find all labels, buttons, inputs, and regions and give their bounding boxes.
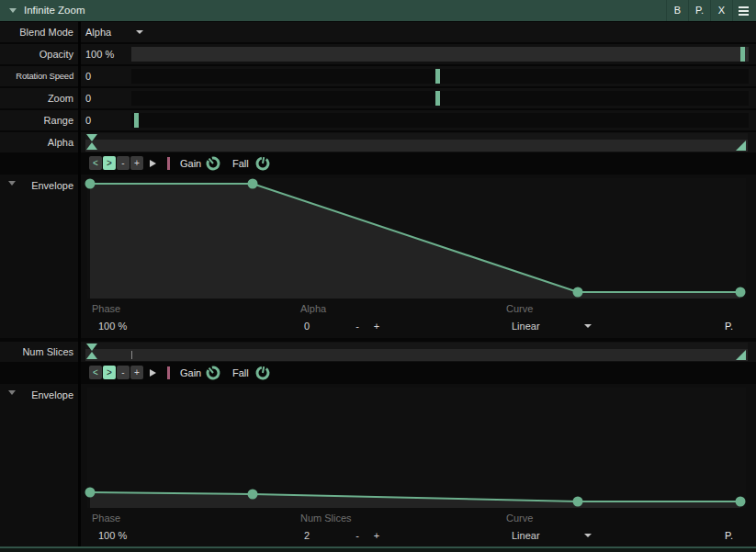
num-slices-timeline[interactable]: [85, 342, 748, 362]
alpha-label: Alpha: [0, 132, 73, 152]
opacity-row: Opacity 100 %: [0, 44, 756, 64]
rotation-speed-slider-handle[interactable]: [435, 69, 440, 84]
chevron-down-icon[interactable]: [136, 30, 143, 34]
range-row: Range 0: [0, 110, 756, 130]
rotation-speed-slider[interactable]: [131, 69, 749, 84]
timeline-end-handle[interactable]: [736, 141, 746, 151]
collapse-section-icon[interactable]: [9, 8, 17, 13]
phase-value[interactable]: 100 %: [98, 529, 127, 542]
close-button[interactable]: X: [710, 0, 732, 21]
envelope-label: Envelope: [0, 389, 73, 401]
zoom-row: Zoom 0: [0, 88, 756, 108]
blend-mode-label: Blend Mode: [0, 22, 73, 42]
timeline-track[interactable]: [85, 349, 748, 361]
num-slices-field-value[interactable]: 2: [304, 529, 310, 542]
alpha-envelope-graph[interactable]: [87, 178, 746, 299]
opacity-slider-handle[interactable]: [740, 47, 745, 62]
opacity-value[interactable]: 100 %: [85, 44, 114, 64]
fall-label: Fall: [232, 153, 249, 174]
prev-point-button[interactable]: <: [89, 156, 102, 170]
timeline-upper-strip: [85, 133, 748, 140]
envelope-point[interactable]: [736, 287, 746, 298]
fall-label: Fall: [232, 363, 249, 383]
curve-dropdown[interactable]: Linear: [512, 320, 540, 332]
timeline-track[interactable]: [85, 140, 748, 152]
record-marker-icon[interactable]: [167, 366, 170, 379]
envelope-point[interactable]: [85, 488, 96, 498]
num-slices-envelope-graph[interactable]: [87, 388, 746, 508]
envelope-point[interactable]: [573, 497, 583, 507]
gain-label: Gain: [180, 153, 201, 174]
timeline-end-handle[interactable]: [736, 350, 746, 360]
title-bar: Infinite Zoom B P. X: [0, 0, 756, 21]
add-point-button[interactable]: +: [130, 366, 143, 379]
timeline-position-marker[interactable]: [86, 344, 97, 360]
gain-label: Gain: [180, 363, 201, 383]
label-column-divider: [78, 21, 81, 546]
num-slices-label: Num Slices: [0, 342, 73, 362]
phase-value[interactable]: 100 %: [98, 320, 127, 332]
alpha-timeline-row: Alpha: [0, 132, 756, 152]
envelope-point[interactable]: [736, 497, 746, 507]
envelope-point[interactable]: [248, 490, 258, 500]
prev-point-button[interactable]: <: [89, 366, 102, 379]
num-slices-envelope-section: Envelope Phase 100 % Num Slices 2 - + Cu…: [0, 384, 756, 546]
param-preset-button[interactable]: P.: [725, 320, 733, 332]
record-marker-icon[interactable]: [167, 157, 170, 170]
envelope-point[interactable]: [85, 179, 96, 189]
chevron-down-icon[interactable]: [584, 534, 592, 537]
rotation-speed-row: Rotation Speed 0: [0, 66, 756, 86]
rotation-speed-label: Rotation Speed: [0, 66, 73, 86]
envelope-point[interactable]: [248, 179, 258, 189]
gain-knob-icon[interactable]: [205, 365, 221, 381]
alpha-field-value[interactable]: 0: [304, 320, 310, 332]
chevron-down-icon[interactable]: [584, 324, 592, 328]
infinite-zoom-effect-panel: Infinite Zoom B P. X Blend Mode Alpha Op…: [0, 0, 756, 552]
remove-point-button[interactable]: -: [117, 366, 130, 379]
preset-button[interactable]: P.: [688, 0, 710, 21]
fall-knob-icon[interactable]: [254, 365, 271, 381]
blend-mode-dropdown[interactable]: Alpha: [85, 22, 111, 42]
effect-title: Infinite Zoom: [24, 0, 85, 21]
menu-button[interactable]: [732, 0, 754, 21]
zoom-value[interactable]: 0: [85, 88, 91, 108]
play-icon[interactable]: [150, 369, 156, 377]
fall-knob-icon[interactable]: [254, 155, 271, 172]
range-slider-handle[interactable]: [134, 113, 139, 128]
param-preset-button[interactable]: P.: [725, 529, 733, 542]
zoom-slider[interactable]: [131, 91, 749, 106]
increment-button[interactable]: +: [370, 529, 383, 542]
num-slices-envelope-toolbar: < > - + Gain Fall: [0, 363, 756, 383]
opacity-label: Opacity: [0, 44, 73, 64]
timeline-position-marker[interactable]: [86, 134, 97, 151]
next-point-button[interactable]: >: [103, 366, 116, 379]
play-icon[interactable]: [150, 160, 156, 167]
title-bar-buttons: B P. X: [666, 0, 754, 21]
zoom-label: Zoom: [0, 88, 73, 108]
range-slider[interactable]: [131, 113, 749, 128]
rotation-speed-value[interactable]: 0: [85, 66, 91, 86]
phase-label: Phase: [92, 512, 120, 524]
next-section-edge: [0, 546, 756, 552]
gain-knob-icon[interactable]: [205, 155, 221, 172]
alpha-timeline[interactable]: [85, 132, 748, 152]
alpha-field-label: Alpha: [300, 302, 326, 315]
blend-mode-row: Blend Mode Alpha: [0, 22, 756, 42]
envelope-label: Envelope: [0, 179, 73, 192]
decrement-button[interactable]: -: [351, 320, 364, 332]
envelope-curve[interactable]: [87, 178, 746, 299]
remove-point-button[interactable]: -: [117, 156, 130, 170]
num-slices-timeline-row: Num Slices: [0, 342, 756, 362]
bypass-button[interactable]: B: [666, 0, 688, 21]
envelope-point[interactable]: [573, 287, 583, 298]
range-value[interactable]: 0: [85, 110, 91, 130]
increment-button[interactable]: +: [370, 320, 383, 332]
hamburger-icon: [739, 6, 749, 8]
zoom-slider-handle[interactable]: [435, 91, 440, 106]
envelope-curve[interactable]: [87, 388, 746, 508]
add-point-button[interactable]: +: [130, 156, 143, 170]
next-point-button[interactable]: >: [103, 156, 116, 170]
curve-dropdown[interactable]: Linear: [512, 529, 540, 542]
opacity-slider[interactable]: [131, 47, 749, 62]
decrement-button[interactable]: -: [351, 529, 364, 542]
